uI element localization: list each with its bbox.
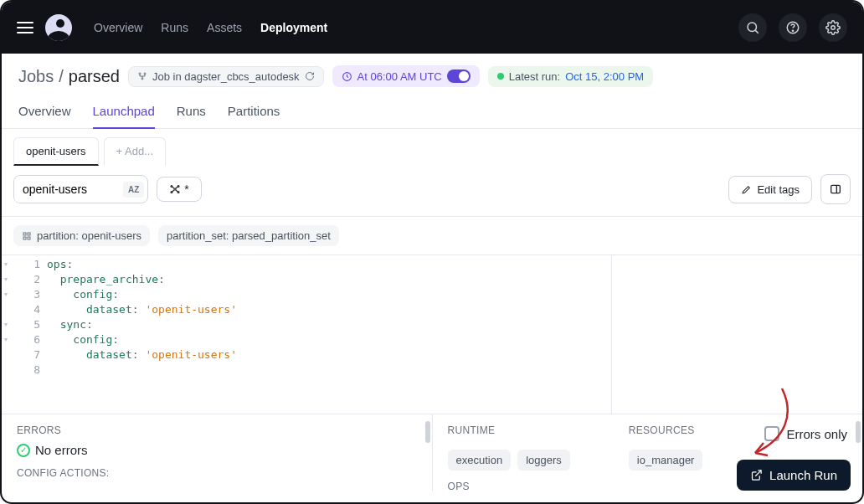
resources-title: RESOURCES <box>629 424 703 436</box>
status-dot-icon <box>497 73 504 80</box>
runtime-title: RUNTIME <box>448 424 570 436</box>
svg-rect-16 <box>23 233 26 235</box>
svg-point-4 <box>831 26 836 30</box>
code-body[interactable]: ops: prepare_archive: config: dataset: '… <box>47 255 611 414</box>
no-errors-row: ✓ No errors <box>17 443 417 457</box>
tab-launchpad[interactable]: Launchpad <box>93 95 155 128</box>
config-actions-title: CONFIG ACTIONS: <box>17 467 417 479</box>
primary-nav: Overview Runs Assets Deployment <box>94 21 327 34</box>
help-icon[interactable] <box>779 13 807 42</box>
svg-rect-18 <box>23 237 26 239</box>
partition-set-tag[interactable]: partition_set: parsed_partition_set <box>158 225 339 246</box>
session-tab-active[interactable]: openit-users <box>13 137 99 166</box>
line-numbers: 12345678 <box>10 255 47 414</box>
panel-icon <box>829 183 842 196</box>
svg-point-7 <box>141 78 143 80</box>
scrollbar[interactable] <box>856 421 861 443</box>
session-tab-add[interactable]: + Add... <box>104 137 166 166</box>
pencil-icon <box>741 184 752 195</box>
grid-icon <box>22 231 32 241</box>
errors-only-toggle[interactable]: Errors only <box>764 426 847 441</box>
runtime-badge-loggers[interactable]: loggers <box>517 450 570 471</box>
latest-run-chip[interactable]: Latest run: Oct 15, 2:00 PM <box>488 66 653 87</box>
op-filter[interactable]: * <box>157 177 201 202</box>
breadcrumb: Jobs / parsed <box>18 67 120 86</box>
panel-toggle-button[interactable] <box>820 174 851 204</box>
svg-rect-14 <box>831 185 841 193</box>
errors-title: ERRORS <box>17 424 417 436</box>
svg-point-0 <box>748 23 757 32</box>
scrollbar[interactable] <box>425 421 430 443</box>
job-tabs: Overview Launchpad Runs Partitions <box>2 95 862 129</box>
repo-chip[interactable]: Job in dagster_cbcs_autodesk <box>128 66 324 87</box>
refresh-icon[interactable] <box>305 71 315 81</box>
tab-overview[interactable]: Overview <box>18 95 71 128</box>
schedule-toggle[interactable] <box>447 69 471 83</box>
clock-icon <box>342 71 352 82</box>
schedule-chip[interactable]: At 06:00 AM UTC <box>332 65 480 87</box>
svg-point-6 <box>144 73 146 75</box>
search-icon[interactable] <box>738 13 767 42</box>
external-link-icon <box>750 469 763 481</box>
breadcrumb-current: parsed <box>69 67 120 86</box>
svg-point-5 <box>139 73 141 75</box>
graph-icon <box>137 71 147 81</box>
errors-panel: ERRORS ✓ No errors CONFIG ACTIONS: <box>2 414 433 491</box>
launchpad-toolbar: AZ * Edit tags <box>2 166 862 217</box>
check-icon: ✓ <box>17 444 30 457</box>
resource-badge-io-manager[interactable]: io_manager <box>629 450 703 471</box>
nav-deployment[interactable]: Deployment <box>260 21 327 34</box>
tab-partitions[interactable]: Partitions <box>228 95 280 128</box>
page-header: Jobs / parsed Job in dagster_cbcs_autode… <box>2 54 862 95</box>
dagster-logo[interactable] <box>45 14 72 41</box>
config-editor[interactable]: ▾▾▾▾▾ 12345678 ops: prepare_archive: con… <box>2 255 862 414</box>
topbar: Overview Runs Assets Deployment <box>2 2 862 54</box>
settings-icon[interactable] <box>819 13 847 42</box>
runtime-badge-execution[interactable]: execution <box>448 450 512 471</box>
errors-only-checkbox[interactable] <box>764 426 779 441</box>
svg-point-9 <box>174 188 176 190</box>
fold-gutter[interactable]: ▾▾▾▾▾ <box>2 255 10 414</box>
svg-rect-19 <box>28 237 30 239</box>
sort-icon[interactable]: AZ <box>123 182 144 198</box>
nav-overview[interactable]: Overview <box>94 21 142 34</box>
svg-line-1 <box>755 30 758 33</box>
edit-tags-button[interactable]: Edit tags <box>728 176 812 203</box>
bottom-panels: ERRORS ✓ No errors CONFIG ACTIONS: RUNTI… <box>2 414 862 491</box>
editor-right-panel <box>611 255 862 414</box>
launch-run-button[interactable]: Launch Run <box>737 460 851 491</box>
nav-runs[interactable]: Runs <box>161 21 188 34</box>
config-tags-row: partition: openit-users partition_set: p… <box>2 217 862 255</box>
partition-input[interactable] <box>14 176 123 203</box>
svg-rect-17 <box>28 233 30 235</box>
menu-icon[interactable] <box>17 22 33 33</box>
graph-filter-icon <box>169 183 181 195</box>
partition-tag[interactable]: partition: openit-users <box>13 225 150 246</box>
svg-point-3 <box>792 30 793 31</box>
nav-assets[interactable]: Assets <box>207 21 242 34</box>
session-tabs: openit-users + Add... <box>2 129 862 166</box>
breadcrumb-root[interactable]: Jobs <box>18 67 54 86</box>
partition-select[interactable]: AZ <box>13 175 148 203</box>
tab-runs[interactable]: Runs <box>177 95 206 128</box>
